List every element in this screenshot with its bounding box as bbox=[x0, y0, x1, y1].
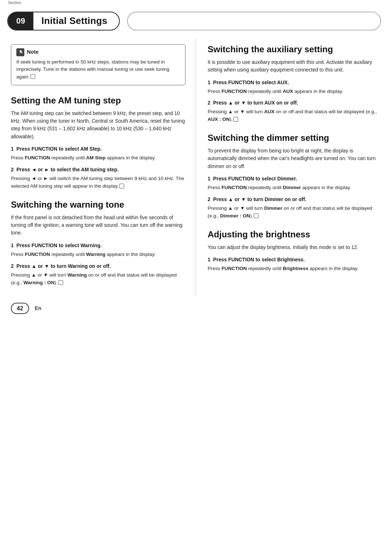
section-label: Section bbox=[8, 0, 21, 6]
am-step-1-body: Press FUNCTION repeatedly until AM Step … bbox=[11, 154, 185, 162]
section-number: 09 bbox=[8, 12, 33, 30]
am-step-2: 2 Press ◄ or ► to select the AM tuning s… bbox=[11, 166, 185, 190]
right-column: Switching the auxiliary setting It is po… bbox=[196, 38, 381, 296]
warning-step-2-title: 2 Press ▲ or ▼ to turn Warning on or off… bbox=[11, 263, 185, 270]
dimmer-step-1-title: 1 Press FUNCTION to select Dimmer. bbox=[208, 175, 381, 183]
warning-tone-heading: Switching the warning tone bbox=[11, 200, 185, 210]
brightness-step-1-title: 1 Press FUNCTION to select Brightness. bbox=[208, 256, 381, 264]
dimmer-step-1: 1 Press FUNCTION to select Dimmer. Press… bbox=[208, 175, 381, 192]
note-box: ✎ Note If seek tuning is performed in 50… bbox=[11, 44, 185, 85]
aux-step-1: 1 Press FUNCTION to select AUX. Press FU… bbox=[208, 79, 381, 95]
am-step-2-title: 2 Press ◄ or ► to select the AM tuning s… bbox=[11, 166, 185, 174]
section-aux: Switching the auxiliary setting It is po… bbox=[208, 44, 381, 123]
aux-body: It is possible to use auxiliary equipmen… bbox=[208, 58, 381, 74]
footer: 42 En bbox=[0, 296, 392, 318]
aux-step-1-body: Press FUNCTION repeatedly until AUX appe… bbox=[208, 88, 381, 95]
aux-step-1-title: 1 Press FUNCTION to select AUX. bbox=[208, 79, 381, 86]
dimmer-heading: Switching the dimmer setting bbox=[208, 133, 381, 143]
dimmer-step-2-body: Pressing ▲ or ▼ will turn Dimmer on or o… bbox=[208, 205, 381, 220]
dimmer-step-1-body: Press FUNCTION repeatedly until Dimmer a… bbox=[208, 184, 381, 192]
brightness-body: You can adjust the display brightness. I… bbox=[208, 244, 381, 251]
note-title: Note bbox=[27, 48, 38, 56]
am-tuning-heading: Setting the AM tuning step bbox=[11, 95, 185, 106]
section-am-tuning: Setting the AM tuning step The AM tuning… bbox=[11, 95, 185, 190]
am-step-1: 1 Press FUNCTION to select AM Step. Pres… bbox=[11, 146, 185, 162]
brightness-step-1: 1 Press FUNCTION to select Brightness. P… bbox=[208, 256, 381, 273]
aux-step-2-title: 2 Press ▲ or ▼ to turn AUX on or off. bbox=[208, 99, 381, 107]
section-badge: 09 Initial Settings bbox=[7, 12, 120, 30]
am-tuning-body: The AM tuning step can be switched betwe… bbox=[11, 110, 185, 141]
warning-step-1-title: 1 Press FUNCTION to select Warning. bbox=[11, 242, 185, 249]
footer-language: En bbox=[35, 305, 41, 312]
dimmer-body: To prevent the display from being too br… bbox=[208, 147, 381, 170]
aux-step-2: 2 Press ▲ or ▼ to turn AUX on or off. Pr… bbox=[208, 99, 381, 123]
brightness-heading: Adjusting the brightness bbox=[208, 229, 381, 240]
note-icon: ✎ bbox=[16, 48, 24, 56]
aux-heading: Switching the auxiliary setting bbox=[208, 44, 381, 55]
section-dimmer: Switching the dimmer setting To prevent … bbox=[208, 133, 381, 220]
warning-tone-body: If the front panel is not detached from … bbox=[11, 214, 185, 237]
note-text: If seek tuning is performed in 50 kHz st… bbox=[16, 58, 180, 81]
brightness-step-1-body: Press FUNCTION repeatedly until Brightne… bbox=[208, 265, 381, 273]
page-number: 42 bbox=[11, 303, 29, 314]
header-right-box bbox=[127, 12, 381, 30]
warning-step-2: 2 Press ▲ or ▼ to turn Warning on or off… bbox=[11, 263, 185, 287]
section-warning-tone: Switching the warning tone If the front … bbox=[11, 200, 185, 287]
stop-symbol-5 bbox=[254, 213, 258, 218]
stop-symbol bbox=[30, 74, 35, 79]
stop-symbol-3 bbox=[58, 280, 63, 285]
warning-step-1: 1 Press FUNCTION to select Warning. Pres… bbox=[11, 242, 185, 258]
warning-step-2-body: Pressing ▲ or ▼ will turn Warning on or … bbox=[11, 272, 185, 287]
section-brightness: Adjusting the brightness You can adjust … bbox=[208, 229, 381, 273]
am-step-2-body: Pressing ◄ or ► will switch the AM tunin… bbox=[11, 175, 185, 190]
dimmer-step-2-title: 2 Press ▲ or ▼ to turn Dimmer on or off. bbox=[208, 196, 381, 203]
note-header: ✎ Note bbox=[16, 48, 180, 56]
section-title: Initial Settings bbox=[33, 14, 115, 28]
stop-symbol-2 bbox=[119, 184, 124, 188]
am-step-1-title: 1 Press FUNCTION to select AM Step. bbox=[11, 146, 185, 153]
left-column: ✎ Note If seek tuning is performed in 50… bbox=[11, 38, 196, 296]
stop-symbol-4 bbox=[233, 117, 238, 122]
warning-step-1-body: Press FUNCTION repeatedly until Warning … bbox=[11, 251, 185, 258]
dimmer-step-2: 2 Press ▲ or ▼ to turn Dimmer on or off.… bbox=[208, 196, 381, 220]
aux-step-2-body: Pressing ▲ or ▼ will turn AUX on or off … bbox=[208, 108, 381, 123]
